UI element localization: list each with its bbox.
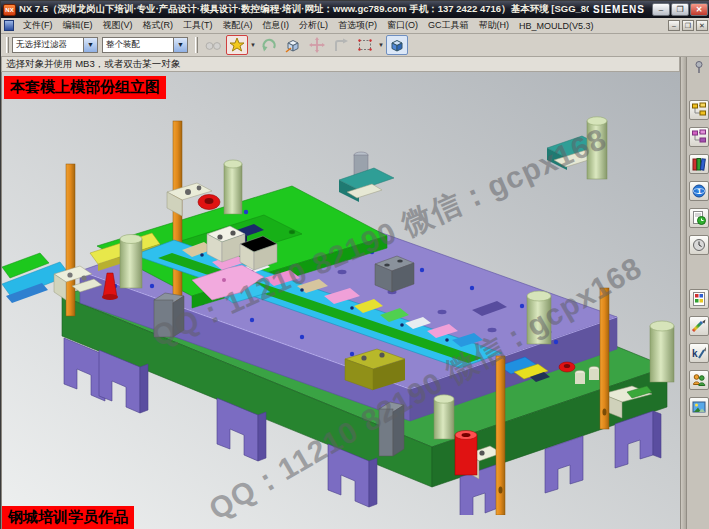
nx-app-icon: NX: [3, 4, 16, 16]
shaded-view-icon: [388, 36, 406, 54]
type-filter-value: 无选择过滤器: [13, 39, 83, 51]
route-arrow-icon: [332, 36, 350, 54]
web-browser-button[interactable]: 1: [689, 181, 709, 201]
constraint-navigator-button[interactable]: [689, 127, 709, 147]
selection-toolbar: 无选择过滤器 ▼ 整个装配 ▼ ▼: [1, 34, 709, 57]
reuse-library-button[interactable]: [689, 154, 709, 174]
palettes-button[interactable]: [689, 289, 709, 309]
chevron-down-icon[interactable]: ▼: [378, 42, 384, 48]
assembly-navigator-button[interactable]: [689, 100, 709, 120]
annotation-pen-button[interactable]: k: [689, 343, 709, 363]
chevron-down-icon[interactable]: ▼: [173, 38, 187, 52]
part-document-icon: [4, 20, 14, 31]
rectangle-select-icon: [356, 36, 374, 54]
toolbar-separator: [195, 37, 198, 53]
reuse-library-icon: [691, 156, 707, 172]
annotation-pen-icon: k: [691, 345, 707, 361]
selection-intent-icon: [228, 36, 246, 54]
menu-hb-mould[interactable]: HB_MOULD(V5.3): [514, 19, 599, 33]
view-orient-icon: [284, 36, 302, 54]
visualization-pen-icon: [691, 318, 707, 334]
maximize-button[interactable]: ❐: [671, 3, 689, 16]
undo-button[interactable]: [258, 35, 280, 55]
constraint-navigator-icon: [691, 129, 707, 145]
title-bar: NX NX 7.5（深圳龙岗山下培训·专业·产品设计·模具设计·数控编程·培训·…: [1, 1, 709, 18]
menu-edit[interactable]: 编辑(E): [58, 17, 98, 34]
close-button[interactable]: ✕: [690, 3, 708, 16]
child-close-button[interactable]: ✕: [696, 20, 708, 31]
menu-help[interactable]: 帮助(H): [474, 17, 515, 34]
move-component-icon: [308, 36, 326, 54]
menu-gc-toolbox[interactable]: GC工具箱: [423, 17, 474, 34]
roles-icon: [691, 372, 707, 388]
shaded-view-button[interactable]: [386, 35, 408, 55]
chevron-down-icon[interactable]: ▼: [83, 38, 97, 52]
menu-analysis[interactable]: 分析(L): [294, 17, 333, 34]
menu-file[interactable]: 文件(F): [18, 17, 58, 34]
menu-preferences[interactable]: 首选项(P): [333, 17, 382, 34]
child-restore-button[interactable]: ❐: [682, 20, 694, 31]
roles-button[interactable]: [689, 370, 709, 390]
assembly-navigator-icon: [691, 102, 707, 118]
clock-icon: [691, 237, 707, 253]
svg-text:1: 1: [697, 187, 702, 196]
visualization-pen-button[interactable]: [689, 316, 709, 336]
clock-button[interactable]: [689, 235, 709, 255]
toolbar-drag-handle[interactable]: [6, 37, 9, 53]
assembly-title-banner: 本套模上模部份组立图: [4, 76, 166, 99]
menu-format[interactable]: 格式(R): [138, 17, 179, 34]
menu-assemblies[interactable]: 装配(A): [218, 17, 258, 34]
move-component-button[interactable]: [306, 35, 328, 55]
selection-scope-dropdown[interactable]: 整个装配 ▼: [102, 37, 188, 53]
true-shading-button[interactable]: [689, 397, 709, 417]
palettes-icon: [691, 291, 707, 307]
menu-view[interactable]: 视图(V): [98, 17, 138, 34]
selection-intent-button[interactable]: [226, 35, 248, 55]
minimize-button[interactable]: –: [652, 3, 670, 16]
siemens-logo: SIEMENS: [593, 4, 645, 15]
menu-bar: 文件(F) 编辑(E) 视图(V) 格式(R) 工具(T) 装配(A) 信息(I…: [1, 18, 709, 34]
credit-banner: 钢城培训学员作品: [2, 506, 134, 529]
status-prompt-line: 选择对象并使用 MB3，或者双击某一对象: [1, 57, 680, 72]
view-orient-button[interactable]: [282, 35, 304, 55]
rectangle-select-button[interactable]: [354, 35, 376, 55]
web-browser-icon: 1: [691, 183, 707, 199]
resource-bar: 1: [686, 57, 709, 529]
menu-information[interactable]: 信息(I): [258, 17, 295, 34]
true-shading-icon: [691, 399, 707, 415]
selection-scope-value: 整个装配: [103, 39, 173, 51]
graphics-viewport[interactable]: QQ：11210 82190 微信：gcpx168 QQ：11210 82190…: [1, 72, 680, 529]
svg-text:k: k: [692, 348, 698, 359]
child-minimize-button[interactable]: –: [668, 20, 680, 31]
type-filter-dropdown[interactable]: 无选择过滤器 ▼: [12, 37, 98, 53]
history-button[interactable]: [689, 208, 709, 228]
menu-tools[interactable]: 工具(T): [178, 17, 218, 34]
route-arrow-button[interactable]: [330, 35, 352, 55]
undo-icon: [260, 36, 278, 54]
chevron-down-icon[interactable]: ▼: [250, 42, 256, 48]
nx-application-window: NX NX 7.5（深圳龙岗山下培训·专业·产品设计·模具设计·数控编程·培训·…: [0, 0, 709, 529]
window-title: NX 7.5（深圳龙岗山下培训·专业·产品设计·模具设计·数控编程·培训·网址：…: [19, 3, 589, 16]
pin-icon[interactable]: [692, 60, 706, 74]
link-icon: [204, 36, 222, 54]
menu-window[interactable]: 窗口(O): [382, 17, 423, 34]
link-button[interactable]: [202, 35, 224, 55]
history-icon: [691, 210, 707, 226]
